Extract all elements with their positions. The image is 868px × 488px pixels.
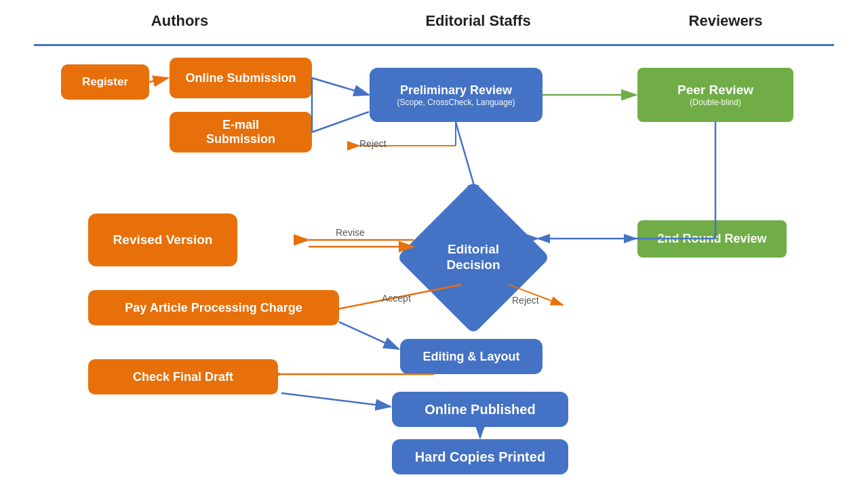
svg-line-7 bbox=[149, 78, 168, 82]
revised-version-box: Revised Version bbox=[88, 214, 237, 266]
reject2-label: Reject bbox=[512, 295, 539, 306]
svg-line-26 bbox=[456, 122, 473, 183]
editing-layout-box: Editing & Layout bbox=[400, 339, 542, 374]
divider-line bbox=[34, 44, 834, 46]
online-published-box: Online Published bbox=[392, 392, 568, 427]
col-header-reviewers: Reviewers bbox=[624, 12, 827, 30]
second-round-review-box: 2nd Round Review bbox=[637, 220, 787, 258]
svg-line-21 bbox=[339, 322, 399, 349]
email-submission-box: E-mail Submission bbox=[170, 112, 312, 152]
accept-label: Accept bbox=[382, 293, 411, 304]
pay-apc-box: Pay Article Processing Charge bbox=[88, 290, 339, 325]
peer-review-box: Peer Review (Double-blind) bbox=[637, 68, 793, 122]
svg-line-23 bbox=[281, 393, 391, 407]
check-final-draft-box: Check Final Draft bbox=[88, 359, 278, 394]
preliminary-review-box: Preliminary Review (Scope, CrossCheck, L… bbox=[370, 68, 542, 122]
register-box: Register bbox=[61, 64, 149, 100]
col-header-authors: Authors bbox=[34, 12, 326, 30]
svg-line-10 bbox=[312, 112, 369, 132]
reject-label: Reject bbox=[359, 138, 387, 149]
col-header-editorial: Editorial Staffs bbox=[332, 12, 624, 30]
online-submission-box: Online Submission bbox=[170, 58, 312, 98]
diagram-container: Authors Editorial Staffs Reviewers Regis… bbox=[0, 0, 868, 488]
svg-line-8 bbox=[312, 78, 369, 95]
revise-label: Revise bbox=[336, 227, 365, 238]
hard-copies-box: Hard Copies Printed bbox=[392, 439, 568, 474]
